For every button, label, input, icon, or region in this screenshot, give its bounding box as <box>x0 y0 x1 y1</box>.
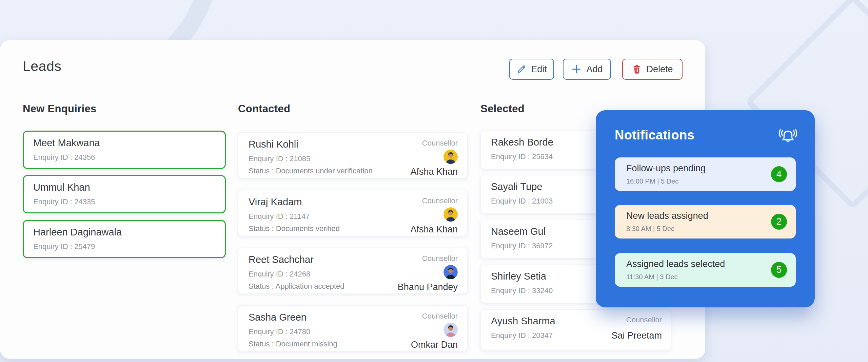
enquiry-id: Enquiry ID : 33240 <box>491 286 553 295</box>
counsellor-block: Counsellor Bhanu Pandey <box>398 254 458 293</box>
counsellor-label: Counsellor <box>422 139 458 148</box>
enquiry-id: Enquiry ID : 24335 <box>33 197 217 206</box>
counsellor-block: Counsellor Sai Preetam <box>611 316 662 350</box>
notification-time: 16:00 PM | 5 Dec <box>626 177 762 185</box>
notification-title: Follow-ups pending <box>626 163 762 174</box>
lead-name: Viraj Kadam <box>249 196 340 208</box>
counsellor-name: Bhanu Pandey <box>398 282 458 292</box>
counsellor-name: Sai Preetam <box>611 330 662 341</box>
add-button[interactable]: Add <box>563 59 611 80</box>
delete-button[interactable]: Delete <box>622 59 683 80</box>
counsellor-label: Counsellor <box>626 316 662 324</box>
lead-name: Harleen Daginawala <box>33 227 217 238</box>
enquiry-id: Enquiry ID : 25479 <box>33 242 217 251</box>
lead-name: Meet Makwana <box>33 137 217 149</box>
lead-name: Rushi Kohli <box>249 139 373 150</box>
notification-count-badge: 2 <box>771 214 787 230</box>
lead-info: Shirley Setia Enquiry ID : 33240 <box>491 271 553 303</box>
lead-info: Sayali Tupe Enquiry ID : 21003 <box>491 181 553 213</box>
counsellor-name: Afsha Khan <box>410 224 458 235</box>
lead-card-contacted[interactable]: Rushi Kohli Enquiry ID : 21085 Status : … <box>238 132 468 178</box>
column-title-contacted: Contacted <box>238 103 290 115</box>
enquiry-id: Enquiry ID : 20347 <box>491 331 555 340</box>
lead-name: Rakesh Borde <box>491 137 553 148</box>
man-blue-avatar <box>443 265 458 279</box>
notifications-panel: Notifications Follow-ups pending 16:00 P… <box>596 110 815 307</box>
edit-button[interactable]: Edit <box>509 59 554 80</box>
enquiry-id: Enquiry ID : 24780 <box>249 327 337 336</box>
notification-item[interactable]: Assigned leads selected 11:30 AM | 3 Dec… <box>615 253 796 287</box>
notification-count-badge: 5 <box>771 262 787 278</box>
lead-card-selected[interactable]: Ayush Sharma Enquiry ID : 20347 Counsell… <box>480 309 671 350</box>
enquiry-id: Enquiry ID : 24268 <box>249 270 344 279</box>
enquiry-id: Enquiry ID : 36972 <box>491 242 553 250</box>
enquiry-id: Enquiry ID : 21085 <box>249 154 373 163</box>
lead-info: Sasha Green Enquiry ID : 24780 Status : … <box>249 312 337 351</box>
counsellor-name: Omkar Dan <box>411 340 458 350</box>
enquiry-id: Enquiry ID : 21147 <box>249 212 340 221</box>
lead-card-contacted[interactable]: Sasha Green Enquiry ID : 24780 Status : … <box>238 305 468 351</box>
lead-status: Status : Documents under verification <box>249 167 373 175</box>
lead-name: Ayush Sharma <box>491 316 555 327</box>
add-button-label: Add <box>586 64 603 75</box>
lead-name: Ummul Khan <box>33 182 217 193</box>
lead-info: Reet Sachchar Enquiry ID : 24268 Status … <box>249 254 344 293</box>
lead-name: Naseem Gul <box>491 226 553 237</box>
counsellor-label: Counsellor <box>422 312 458 321</box>
notification-time: 11:30 AM | 3 Dec <box>626 273 762 281</box>
lead-name: Reet Sachchar <box>249 254 344 265</box>
counsellor-block: Counsellor Omkar Dan <box>411 312 458 351</box>
column-title-new-enquiries: New Enquiries <box>23 103 97 115</box>
lead-info: Rakesh Borde Enquiry ID : 25634 <box>491 137 553 169</box>
notification-item[interactable]: New leads assigned 8:30 AM | 5 Dec 2 <box>615 205 796 239</box>
counsellor-block: Counsellor Afsha Khan <box>410 139 458 178</box>
enquiry-id: Enquiry ID : 24356 <box>33 153 217 162</box>
lead-info: Rushi Kohli Enquiry ID : 21085 Status : … <box>249 139 373 178</box>
lead-card-new-enquiry[interactable]: Meet Makwana Enquiry ID : 24356 <box>23 131 226 169</box>
woman-yellow-avatar <box>443 150 458 164</box>
pencil-icon <box>516 64 527 74</box>
delete-button-label: Delete <box>646 64 673 75</box>
lead-status: Status : Application accepted <box>249 282 344 291</box>
notification-time: 8:30 AM | 5 Dec <box>626 225 762 233</box>
woman-yellow-avatar <box>443 207 458 222</box>
man-pink-avatar <box>443 323 458 337</box>
plus-icon <box>571 64 582 75</box>
counsellor-name: Afsha Khan <box>410 167 458 177</box>
lead-card-new-enquiry[interactable]: Harleen Daginawala Enquiry ID : 25479 <box>23 220 226 258</box>
counsellor-label: Counsellor <box>422 196 458 205</box>
page-title: Leads <box>23 58 61 74</box>
lead-info: Naseem Gul Enquiry ID : 36972 <box>491 226 553 258</box>
trash-icon <box>632 64 642 74</box>
lead-name: Sasha Green <box>249 312 337 323</box>
notifications-title: Notifications <box>615 128 694 142</box>
bell-icon[interactable] <box>777 126 798 147</box>
lead-card-new-enquiry[interactable]: Ummul Khan Enquiry ID : 24335 <box>23 175 226 213</box>
notification-item[interactable]: Follow-ups pending 16:00 PM | 5 Dec 4 <box>615 157 796 191</box>
lead-name: Shirley Setia <box>491 271 553 282</box>
counsellor-label: Counsellor <box>422 254 458 263</box>
notification-count-badge: 4 <box>771 166 787 182</box>
leads-kanban-screen: Leads Edit Add Delete New Enquiries Cont… <box>0 0 868 362</box>
lead-card-contacted[interactable]: Viraj Kadam Enquiry ID : 21147 Status : … <box>238 190 468 236</box>
lead-status: Status : Documents verified <box>249 224 340 233</box>
lead-card-contacted[interactable]: Reet Sachchar Enquiry ID : 24268 Status … <box>238 248 468 294</box>
notification-title: Assigned leads selected <box>626 259 762 269</box>
lead-status: Status : Document missing <box>249 340 337 348</box>
lead-name: Sayali Tupe <box>491 181 553 192</box>
edit-button-label: Edit <box>531 64 547 75</box>
lead-info: Viraj Kadam Enquiry ID : 21147 Status : … <box>249 196 340 236</box>
counsellor-block: Counsellor Afsha Khan <box>410 196 458 236</box>
column-title-selected: Selected <box>480 103 525 115</box>
enquiry-id: Enquiry ID : 21003 <box>491 197 553 206</box>
notification-title: New leads assigned <box>626 211 762 221</box>
lead-info: Ayush Sharma Enquiry ID : 20347 <box>491 316 555 350</box>
enquiry-id: Enquiry ID : 25634 <box>491 152 553 161</box>
